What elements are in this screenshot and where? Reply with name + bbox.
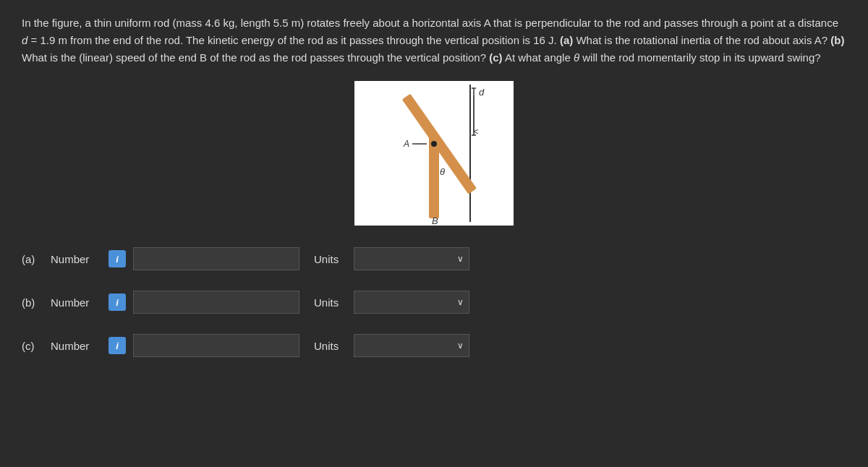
units-label-a: Units	[314, 253, 346, 265]
units-label-b: Units	[314, 296, 346, 309]
number-label-b: Number	[51, 296, 101, 309]
svg-text:B: B	[432, 215, 438, 226]
units-select-c[interactable]	[354, 334, 469, 357]
number-label-c: Number	[51, 340, 101, 352]
svg-rect-8	[429, 135, 439, 218]
number-input-b[interactable]	[133, 291, 299, 314]
part-a-label: (a)	[560, 34, 573, 46]
info-button-c[interactable]: i	[109, 337, 126, 354]
part-b: (b)	[22, 296, 43, 309]
svg-point-9	[431, 141, 437, 147]
units-select-b[interactable]	[354, 291, 469, 314]
units-select-wrapper-b	[354, 291, 469, 314]
number-input-a[interactable]	[133, 247, 299, 270]
info-button-b[interactable]: i	[109, 294, 126, 311]
figure-container: d A θ B	[22, 81, 846, 226]
answers-section: (a) Number i Units (b) Number i Units	[22, 247, 846, 357]
units-select-wrapper-c	[354, 334, 469, 357]
part-b-label: (b)	[830, 34, 844, 46]
svg-text:θ: θ	[440, 166, 445, 177]
units-select-a[interactable]	[354, 247, 469, 270]
answer-row-b: (b) Number i Units	[22, 291, 846, 314]
answer-row-c: (c) Number i Units	[22, 334, 846, 357]
figure-svg: d A θ B	[354, 81, 514, 226]
part-c: (c)	[22, 340, 43, 352]
units-label-c: Units	[314, 340, 346, 352]
part-c-label: (c)	[489, 51, 502, 64]
svg-text:A: A	[403, 139, 409, 149]
problem-text: In the figure, a thin uniform rod (mass …	[22, 14, 846, 67]
number-label-a: Number	[51, 253, 101, 265]
number-input-c[interactable]	[133, 334, 299, 357]
figure-box: d A θ B	[354, 81, 514, 226]
answer-row-a: (a) Number i Units	[22, 247, 846, 270]
units-select-wrapper-a	[354, 247, 469, 270]
part-a: (a)	[22, 253, 43, 265]
info-button-a[interactable]: i	[109, 250, 126, 267]
problem-container: In the figure, a thin uniform rod (mass …	[22, 14, 846, 357]
svg-text:d: d	[479, 87, 485, 98]
